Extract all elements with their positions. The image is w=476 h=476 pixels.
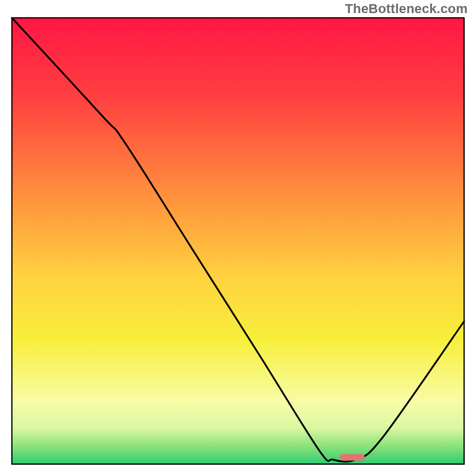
bottleneck-chart (0, 0, 476, 476)
plot-background (12, 18, 464, 464)
watermark-text: TheBottleneck.com (345, 1, 468, 17)
marker-bar (340, 454, 365, 461)
chart-container: TheBottleneck.com (0, 0, 476, 476)
